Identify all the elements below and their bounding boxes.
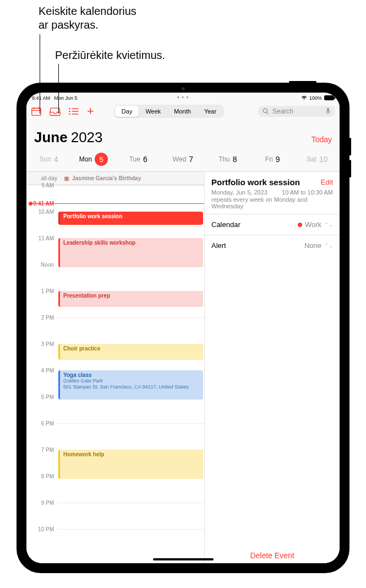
alert-row-label: Alert bbox=[211, 241, 226, 250]
weekday-cell[interactable]: Wed7 bbox=[161, 153, 205, 166]
hour-label: 3 PM bbox=[30, 341, 54, 347]
hour-grid[interactable]: 9 AM10 AM11 AMNoon1 PM2 PM3 PM4 PM5 PM6 … bbox=[26, 185, 204, 555]
hour-line bbox=[57, 529, 204, 530]
multitask-dots[interactable]: • • • bbox=[177, 94, 189, 100]
detail-title: Portfolio work session bbox=[211, 177, 321, 187]
event-title: Presentation prep bbox=[63, 293, 200, 299]
month-label: June bbox=[34, 129, 68, 146]
callouts: Keiskite kalendorius ar paskyras. Peržiū… bbox=[0, 0, 366, 88]
svg-rect-12 bbox=[327, 108, 329, 112]
weekday-num-badge: 5 bbox=[95, 153, 108, 166]
hour-label: 5 PM bbox=[30, 394, 54, 400]
event-location: Golden Gate Park bbox=[63, 378, 200, 384]
calendar-event[interactable]: Presentation prep bbox=[58, 291, 203, 307]
event-address: 501 Stanyan St, San Francisco, CA 94117,… bbox=[63, 384, 200, 390]
hour-label: 9 AM bbox=[30, 182, 54, 188]
search-input[interactable] bbox=[272, 107, 316, 115]
delete-event-button[interactable]: Delete Event bbox=[205, 543, 340, 563]
weekday-cell[interactable]: Tue6 bbox=[116, 153, 161, 166]
hour-label: 7 PM bbox=[30, 447, 54, 453]
view-week[interactable]: Week bbox=[139, 106, 167, 117]
hour-label: 1 PM bbox=[30, 288, 54, 294]
weekday-cell[interactable]: Fri9 bbox=[250, 153, 294, 166]
calendars-icon[interactable] bbox=[31, 106, 42, 116]
weekday-dow: Mon bbox=[79, 155, 92, 163]
battery-icon bbox=[324, 95, 334, 100]
weekday-dow: Thu bbox=[218, 155, 230, 163]
hour-label: 4 PM bbox=[30, 368, 54, 374]
weekday-cell[interactable]: Sun4 bbox=[26, 153, 71, 166]
alert-row[interactable]: Alert None ⌃⌄ bbox=[205, 235, 340, 256]
mic-icon[interactable] bbox=[325, 107, 331, 115]
weekday-cell[interactable]: Thu8 bbox=[205, 153, 250, 166]
search-icon bbox=[263, 108, 269, 115]
wifi-icon bbox=[301, 95, 307, 100]
calendar-event[interactable]: Homework help bbox=[58, 450, 203, 479]
statusbar-right: 100% bbox=[301, 95, 334, 101]
hour-label: 10 AM bbox=[30, 209, 54, 215]
view-month[interactable]: Month bbox=[167, 106, 198, 117]
hour-label: 11 AM bbox=[30, 235, 54, 241]
volume-up-button bbox=[349, 138, 351, 155]
event-title: Leadership skills workshop bbox=[63, 240, 200, 246]
weekday-num: 10 bbox=[319, 155, 328, 164]
callout-invitations: Peržiūrėkite kvietimus. bbox=[55, 48, 165, 62]
today-button[interactable]: Today bbox=[312, 135, 332, 144]
calendar-event[interactable]: Leadership skills workshop bbox=[58, 238, 203, 267]
hour-label: 10 PM bbox=[30, 526, 54, 532]
detail-header: Portfolio work session Edit Monday, Jun … bbox=[205, 172, 340, 214]
event-title: Homework help bbox=[63, 451, 200, 457]
view-year[interactable]: Year bbox=[198, 106, 223, 117]
search-field[interactable] bbox=[258, 106, 335, 117]
calendar-event[interactable]: Choir practice bbox=[58, 344, 203, 360]
weekday-num: 9 bbox=[276, 155, 280, 164]
weekday-num: 8 bbox=[233, 155, 237, 164]
day-view[interactable]: all-day Jasmine Garcia's Birthday 9 AM10… bbox=[26, 172, 205, 563]
main-split: all-day Jasmine Garcia's Birthday 9 AM10… bbox=[26, 172, 340, 563]
event-title: Yoga class bbox=[63, 372, 200, 378]
year-label: 2023 bbox=[71, 129, 103, 146]
home-indicator[interactable] bbox=[153, 558, 214, 560]
weekday-num: 7 bbox=[189, 155, 193, 164]
add-event-button[interactable]: + bbox=[87, 105, 94, 117]
weekday-cell[interactable]: Sat10 bbox=[295, 153, 340, 166]
callout-line-2 bbox=[58, 64, 59, 114]
allday-event-title: Jasmine Garcia's Birthday bbox=[72, 175, 141, 181]
volume-down-button bbox=[349, 160, 351, 177]
alert-row-value: None bbox=[304, 241, 321, 250]
hour-line bbox=[57, 185, 204, 186]
event-title: Portfolio work session bbox=[63, 213, 200, 219]
detail-repeat: repeats every week on Monday and Wednesd… bbox=[211, 196, 333, 209]
hour-line bbox=[57, 317, 204, 318]
detail-time: 10 AM to 10:30 AM bbox=[282, 189, 333, 196]
view-day[interactable]: Day bbox=[115, 106, 139, 117]
event-title: Choir practice bbox=[63, 346, 200, 352]
calendar-event[interactable]: Yoga classGolden Gate Park501 Stanyan St… bbox=[58, 370, 203, 400]
ipad-frame: 9:41 AM Mon Jun 5 • • • 100% bbox=[17, 83, 349, 573]
hour-line bbox=[57, 503, 204, 503]
weekday-cell[interactable]: Mon5 bbox=[71, 153, 116, 166]
weekday-strip: Sun4Mon5Tue6Wed7Thu8Fri9Sat10 bbox=[26, 148, 340, 172]
calendar-event[interactable]: Portfolio work session bbox=[58, 212, 203, 225]
allday-event[interactable]: Jasmine Garcia's Birthday bbox=[64, 175, 202, 181]
calendar-row-label: Calendar bbox=[211, 220, 241, 229]
weekday-dow: Fri bbox=[265, 155, 273, 163]
calendar-row-value: Work bbox=[305, 220, 321, 229]
weekday-num: 4 bbox=[54, 155, 58, 164]
screen: 9:41 AM Mon Jun 5 • • • 100% bbox=[26, 93, 340, 563]
month-header: June 2023 Today bbox=[26, 121, 340, 148]
weekday-dow: Sat bbox=[307, 155, 316, 163]
svg-point-4 bbox=[69, 108, 70, 110]
edit-button[interactable]: Edit bbox=[321, 178, 333, 186]
hour-label: 9 PM bbox=[30, 500, 54, 506]
statusbar-left: 9:41 AM Mon Jun 5 bbox=[32, 95, 78, 101]
hour-label: 2 PM bbox=[30, 315, 54, 321]
statusbar-time: 9:41 AM bbox=[32, 95, 50, 101]
allday-label: all-day bbox=[37, 175, 57, 181]
current-time-indicator bbox=[31, 203, 204, 204]
list-icon[interactable] bbox=[68, 106, 79, 116]
callout-calendars: Keiskite kalendorius ar paskyras. bbox=[39, 4, 136, 32]
inbox-icon[interactable] bbox=[50, 106, 61, 116]
toolbar-icons: + bbox=[31, 105, 94, 117]
calendar-row[interactable]: Calendar Work ⌃⌄ bbox=[205, 214, 340, 235]
